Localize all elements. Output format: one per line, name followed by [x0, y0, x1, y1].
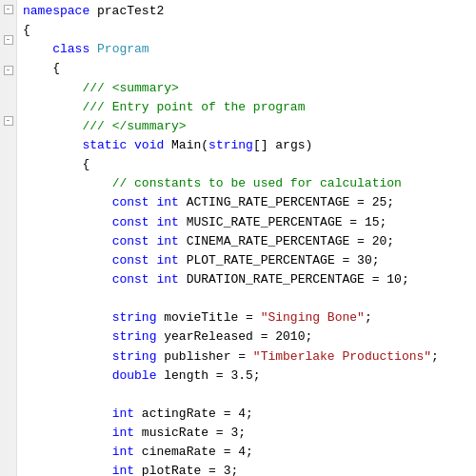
code-line: { — [23, 155, 470, 174]
collapse-class[interactable]: - — [4, 35, 13, 45]
code-editor: - - - - namespace pracTest2 { class Prog… — [0, 0, 476, 476]
code-line: int actingRate = 4; — [23, 405, 470, 424]
collapse-namespace[interactable]: - — [4, 5, 13, 14]
code-line — [23, 386, 470, 405]
code-line: /// <summary> — [23, 79, 470, 98]
code-line: string publisher = "Timberlake Productio… — [23, 347, 470, 367]
collapse-summary[interactable]: - — [4, 66, 13, 75]
code-line — [23, 289, 470, 308]
code-line: double length = 3.5; — [23, 367, 470, 386]
code-line: string yearReleased = 2010; — [23, 327, 470, 347]
code-content: namespace pracTest2 { class Program { //… — [17, 0, 476, 476]
code-line: const int PLOT_RATE_PERCENTAGE = 30; — [23, 251, 470, 270]
code-line: int musicRate = 3; — [23, 424, 470, 443]
code-line: const int ACTING_RATE_PERCENTAGE = 25; — [23, 193, 470, 212]
collapse-main[interactable]: - — [4, 116, 13, 126]
code-line: namespace pracTest2 — [23, 2, 470, 21]
code-line: string movieTitle = "Singing Bone"; — [23, 308, 470, 327]
code-line: static void Main(string[] args) — [23, 136, 470, 155]
code-line: /// Entry point of the program — [23, 98, 470, 117]
code-line: const int CINEMA_RATE_PERCENTAGE = 20; — [23, 232, 470, 251]
code-line: const int DURATION_RATE_PERCENTAGE = 10; — [23, 270, 470, 289]
code-line: // constants to be used for calculation — [23, 174, 470, 193]
code-line: int cinemaRate = 4; — [23, 443, 470, 462]
code-line: { — [23, 59, 470, 78]
code-line: { — [23, 21, 470, 40]
code-line: class Program — [23, 40, 470, 59]
editor-gutter: - - - - — [0, 0, 17, 476]
code-line: /// </summary> — [23, 117, 470, 136]
code-line: int plotRate = 3; — [23, 462, 470, 476]
code-line: const int MUSIC_RATE_PERCENTAGE = 15; — [23, 213, 470, 232]
